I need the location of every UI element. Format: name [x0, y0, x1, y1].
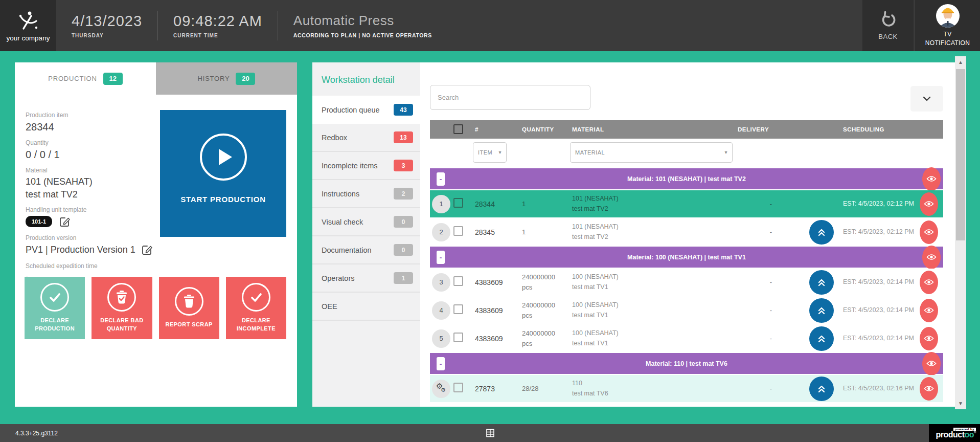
declare-bad-quantity-button[interactable]: DECLARE BAD QUANTITY: [92, 277, 152, 339]
menu-item-oee[interactable]: OEE: [312, 293, 420, 321]
current-day: THURSDAY: [72, 33, 142, 38]
row-checkbox[interactable]: [453, 304, 463, 314]
declare-production-button[interactable]: DECLARE PRODUCTION: [25, 277, 85, 339]
move-to-top-button[interactable]: [809, 220, 834, 245]
row-scheduling: EST: 4/5/2023, 02:12 PM: [839, 199, 920, 209]
row-material: 100 (NESAHAT)test mat TV1: [570, 328, 733, 348]
row-checkbox[interactable]: [453, 198, 463, 208]
eye-button[interactable]: [920, 299, 938, 322]
menu-label: Instructions: [322, 190, 359, 198]
productoo-logo: powered by productoo®: [929, 424, 980, 442]
row-material: 101 (NESAHAT)test mat TV2: [570, 194, 733, 214]
eye-button[interactable]: [922, 167, 941, 191]
quantity-value: 0 / 0 / 1: [26, 149, 161, 161]
start-production-label: START PRODUCTION: [180, 195, 266, 204]
layout-grid-icon[interactable]: [486, 429, 494, 437]
incomplete-items-count-badge: 3: [394, 160, 413, 171]
scrollbar-thumb[interactable]: [956, 69, 965, 240]
material-value-line2: test mat TV2: [26, 189, 161, 200]
eye-button[interactable]: [920, 220, 938, 244]
row-quantity: 1: [520, 227, 570, 237]
row-checkbox[interactable]: [453, 383, 463, 392]
row-item-number: 28345: [473, 228, 520, 236]
queue-row[interactable]: 4 4383609 240000000pcs 100 (NESAHAT)test…: [430, 297, 943, 324]
vertical-scrollbar[interactable]: ▲ ▼: [955, 56, 966, 409]
material-filter-select[interactable]: MATERIAL▾: [570, 142, 733, 163]
production-item-label: Production item: [26, 112, 161, 119]
edit-handling-unit-icon[interactable]: [59, 216, 71, 227]
row-delivery: -: [733, 278, 809, 286]
item-filter-select[interactable]: ITEM▾: [473, 142, 507, 163]
undo-icon: [879, 11, 897, 29]
quantity-label: Quantity: [26, 139, 161, 146]
report-scrap-button[interactable]: REPORT SCRAP: [159, 277, 219, 339]
caret-down-icon: ▾: [724, 149, 727, 155]
group-collapse-button[interactable]: -: [437, 251, 445, 264]
row-checkbox[interactable]: [453, 333, 463, 342]
eye-button[interactable]: [920, 327, 938, 350]
back-button[interactable]: BACK: [862, 0, 914, 51]
move-to-top-button[interactable]: [809, 298, 834, 323]
workstation-title: Automatic Press: [293, 13, 432, 29]
menu-item-operators[interactable]: Operators 1: [312, 264, 420, 293]
row-quantity: 240000000pcs: [520, 328, 570, 348]
production-queue-count-badge: 43: [394, 104, 413, 116]
queue-row[interactable]: 3 4383609 240000000pcs 100 (NESAHAT)test…: [430, 269, 943, 296]
eye-button[interactable]: [922, 352, 941, 375]
tab-history-label: HISTORY: [198, 75, 230, 82]
row-checkbox[interactable]: [453, 226, 463, 236]
material-group-title: Material: 101 (NESAHAT) | test mat TV2: [430, 175, 943, 183]
workstation-detail-title: Workstation detail: [312, 62, 420, 96]
menu-item-production-queue[interactable]: Production queue 43: [312, 96, 420, 124]
visual-check-count-badge: 0: [394, 216, 413, 228]
handling-unit-template-pill[interactable]: 101-1: [26, 216, 52, 227]
declare-incomplete-button[interactable]: DECLARE INCOMPLETE: [226, 277, 286, 339]
eye-button[interactable]: [922, 246, 941, 269]
menu-item-documentation[interactable]: Documentation 0: [312, 236, 420, 264]
documentation-count-badge: 0: [394, 244, 413, 256]
start-production-button[interactable]: START PRODUCTION: [160, 110, 286, 237]
move-to-top-button[interactable]: [809, 326, 834, 351]
current-time-label: CURRENT TIME: [173, 33, 262, 38]
app-header: your company 4/13/2023 THURSDAY 09:48:22…: [0, 0, 980, 51]
workstation-detail-menu: Workstation detail Production queue 43 R…: [312, 62, 420, 407]
edit-production-version-icon[interactable]: [142, 244, 153, 255]
group-collapse-button[interactable]: -: [437, 357, 445, 370]
row-item-number: 4383609: [473, 306, 520, 315]
declare-incomplete-label: DECLARE INCOMPLETE: [229, 317, 283, 333]
collapse-all-button[interactable]: [910, 86, 943, 112]
declaration-actions: DECLARE PRODUCTION DECLARE BAD QUANTITY: [25, 277, 286, 339]
tv-notification-button[interactable]: TV NOTIFICATION: [914, 0, 980, 51]
tab-history[interactable]: HISTORY 20: [156, 62, 297, 95]
queue-row[interactable]: 5 4383609 240000000pcs 100 (NESAHAT)test…: [430, 325, 943, 352]
menu-item-visual-check[interactable]: Visual check 0: [312, 208, 420, 236]
scroll-up-arrow[interactable]: ▲: [955, 59, 966, 65]
scroll-down-arrow[interactable]: ▼: [955, 401, 966, 406]
move-to-top-button[interactable]: [809, 377, 834, 401]
queue-row[interactable]: 2 28345 1 101 (NESAHAT)test mat TV2 - ES…: [430, 218, 943, 246]
move-to-top-button[interactable]: [809, 270, 834, 295]
check-circle-icon: [40, 283, 69, 312]
tab-production[interactable]: PRODUCTION 12: [15, 62, 156, 95]
select-all-checkbox[interactable]: [453, 124, 463, 134]
declare-production-label: DECLARE PRODUCTION: [28, 317, 82, 333]
production-item-info: Production item 28344 Quantity 0 / 0 / 1…: [26, 112, 161, 288]
menu-item-instructions[interactable]: Instructions 2: [312, 180, 420, 208]
eye-button[interactable]: [920, 271, 938, 294]
company-logo: your company: [0, 0, 56, 51]
menu-item-incomplete-items[interactable]: Incomplete items 3: [312, 152, 420, 180]
menu-item-redbox[interactable]: Redbox 13: [312, 124, 420, 152]
search-input[interactable]: [430, 85, 590, 110]
queue-row[interactable]: ⚙⚙ 27873 28/28 110test mat TV6 - EST: 4/…: [430, 375, 943, 402]
row-checkbox[interactable]: [453, 276, 463, 286]
row-delivery: -: [733, 200, 809, 208]
queue-row[interactable]: 1 28344 1 101 (NESAHAT)test mat TV2 - ES…: [430, 190, 943, 217]
handling-unit-template-label: Handling unit template: [26, 206, 161, 213]
eye-button[interactable]: [920, 377, 938, 401]
menu-label: OEE: [322, 302, 337, 311]
group-collapse-button[interactable]: -: [437, 172, 445, 186]
scheduled-expedition-time-label: Scheduled expedition time: [26, 262, 161, 270]
eye-button[interactable]: [920, 192, 938, 216]
trash-icon: [175, 287, 203, 316]
column-quantity: QUANTITY: [520, 126, 570, 132]
